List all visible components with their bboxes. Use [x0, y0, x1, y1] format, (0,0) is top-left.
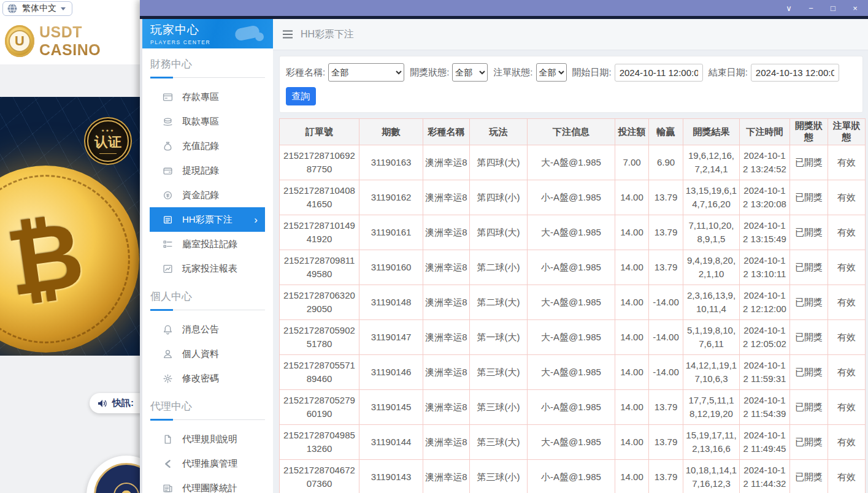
bets-table-container: 訂單號期數彩種名稱玩法下注信息投注額輸贏開獎結果下注時間開獎狀態注單狀態 215…: [279, 118, 866, 493]
cell-9: 已開獎: [790, 390, 828, 425]
cell-5: 14.00: [615, 215, 649, 250]
cell-2: 澳洲幸运8: [423, 390, 470, 425]
cell-6: -14.00: [649, 355, 683, 390]
sidebar-item-withdraw[interactable]: 取款專區 ›: [142, 109, 273, 134]
cell-0: 2152172870590251780: [280, 320, 359, 355]
language-selector[interactable]: 繁体中文: [2, 1, 72, 16]
cell-5: 14.00: [615, 390, 649, 425]
start-date-label: 開始日期:: [572, 67, 612, 78]
cell-10: 有效: [828, 145, 866, 180]
cell-0: 2152172870498513260: [280, 425, 359, 460]
cell-9: 已開獎: [790, 145, 828, 180]
cell-3: 第三球(大): [470, 355, 528, 390]
section-title: 個人中心: [150, 289, 265, 304]
cell-3: 第二球(小): [470, 250, 528, 285]
section-underline: [150, 77, 265, 78]
cell-10: 有效: [828, 425, 866, 460]
cell-6: 13.79: [649, 180, 683, 215]
cell-2: 澳洲幸运8: [423, 250, 470, 285]
window-minimize-button[interactable]: −: [803, 1, 819, 15]
cell-4: 大-A盤@1.985: [528, 145, 615, 180]
cell-7: 17,7,5,11,18,12,19,20: [683, 390, 740, 425]
cell-5: 14.00: [615, 180, 649, 215]
cell-8: 2024-10-12 13:10:11: [740, 250, 790, 285]
draw-status-select[interactable]: 全部: [452, 63, 488, 82]
brand-name: USDT CASINO: [39, 23, 140, 59]
main-content: HH彩票下注 彩種名稱: 全部 開獎狀態: 全部 注單狀態: 全部: [273, 19, 868, 493]
order-status-label: 注單狀態:: [493, 67, 532, 78]
cell-3: 第三球(大): [470, 425, 528, 460]
cell-9: 已開獎: [790, 425, 828, 460]
top-navbar: HH彩票下注: [273, 19, 868, 50]
speaker-icon: [98, 399, 107, 408]
order-status-select[interactable]: 全部: [536, 63, 567, 82]
cell-3: 第二球(大): [470, 285, 528, 320]
globe-icon: [7, 3, 18, 14]
window-close-button[interactable]: ×: [847, 1, 863, 15]
funds-record-icon: [163, 190, 173, 201]
search-button[interactable]: 查詢: [286, 87, 316, 105]
cell-1: 31190163: [359, 145, 423, 180]
cell-2: 澳洲幸运8: [423, 180, 470, 215]
bitcoin-coin-icon: ₿: [0, 166, 139, 353]
cell-7: 15,19,17,11,2,13,16,6: [683, 425, 740, 460]
sidebar-item-profile[interactable]: 個人資料 ›: [142, 342, 273, 366]
lottery-bet-icon: [163, 215, 173, 225]
cell-7: 9,4,19,8,20,2,1,10: [683, 250, 740, 285]
sidebar-item-change-password[interactable]: 修改密碼 ›: [142, 366, 273, 391]
cell-10: 有效: [828, 390, 866, 425]
sidebar-item-messages[interactable]: 消息公告 ›: [142, 317, 273, 342]
cell-4: 大-A盤@1.985: [528, 215, 615, 250]
cell-1: 31190162: [359, 180, 423, 215]
cell-10: 有效: [828, 460, 866, 493]
cell-3: 第四球(小): [470, 180, 528, 215]
cell-0: 2152172870527960190: [280, 390, 359, 425]
sidebar-item-withdrawal-record[interactable]: 提現記錄 ›: [142, 158, 273, 183]
gear-icon: [163, 373, 173, 384]
sidebar-item-agent-team-stats[interactable]: 代理團隊統計 ›: [142, 476, 273, 493]
sidebar-item-recharge-record[interactable]: 充值記錄 ›: [142, 134, 273, 158]
section-title: 財務中心: [150, 57, 265, 71]
sidebar-item-deposit[interactable]: 存款專區 ›: [142, 85, 273, 109]
draw-status-label: 開獎狀態:: [410, 67, 449, 78]
cell-1: 31190145: [359, 390, 423, 425]
end-date-input[interactable]: [751, 64, 839, 82]
cell-6: 13.79: [649, 250, 683, 285]
table-row: 215217287063202905031190148澳洲幸运8第二球(大)大-…: [280, 285, 866, 320]
sidebar-item-funds-record[interactable]: 資金記錄 ›: [142, 183, 273, 207]
sidebar-item-agent-rules[interactable]: 代理規則說明 ›: [142, 427, 273, 451]
column-header-7: 開獎結果: [683, 119, 740, 145]
cell-9: 已開獎: [790, 250, 828, 285]
column-header-6: 輸贏: [649, 119, 683, 145]
sidebar-section: 財務中心 存款專區 › 取款專區 › 充值記錄 › 提現記錄 › 資金記錄 › …: [142, 57, 273, 281]
lottery-name-select[interactable]: 全部: [328, 63, 404, 82]
document-icon: [163, 434, 173, 445]
sidebar-item-agent-promotion[interactable]: 代理推廣管理 ›: [142, 451, 273, 476]
cell-0: 2152172870632029050: [280, 285, 359, 320]
cell-0: 2152172871040841650: [280, 180, 359, 215]
sidebar-item-player-bet-report[interactable]: 玩家投注報表 ›: [142, 256, 273, 281]
table-row: 215217287055718946031190146澳洲幸运8第三球(大)大-…: [280, 355, 866, 390]
window-dropdown-button[interactable]: ∨: [781, 1, 797, 15]
start-date-input[interactable]: [615, 64, 703, 82]
window-maximize-button[interactable]: □: [825, 1, 841, 15]
cell-1: 31190144: [359, 425, 423, 460]
cell-8: 2024-10-12 11:54:39: [740, 390, 790, 425]
emblem-icon: [113, 483, 139, 493]
window-titlebar: ∨ − □ ×: [140, 0, 868, 16]
cell-7: 7,11,10,20,8,9,1,5: [683, 215, 740, 250]
sidebar-item-room-bet-record[interactable]: 廳室投註記錄 ›: [142, 232, 273, 256]
table-row: 215217287059025178031190147澳洲幸运8第一球(大)大-…: [280, 320, 866, 355]
cell-0: 2152172870467207360: [280, 460, 359, 493]
hamburger-icon[interactable]: [282, 30, 293, 39]
withdrawal-record-icon: [163, 166, 173, 176]
cell-4: 小-A盤@1.985: [528, 180, 615, 215]
end-date-label: 結束日期:: [709, 67, 748, 78]
cell-1: 31190161: [359, 215, 423, 250]
cell-4: 大-A盤@1.985: [528, 285, 615, 320]
table-header-row: 訂單號期數彩種名稱玩法下注信息投注額輸贏開獎結果下注時間開獎狀態注單狀態: [280, 119, 866, 145]
cell-5: 14.00: [615, 355, 649, 390]
sidebar-item-hh-lottery-bets[interactable]: HH彩票下注 ›: [150, 207, 265, 232]
lottery-name-label: 彩種名稱:: [286, 67, 325, 78]
cell-2: 澳洲幸运8: [423, 145, 470, 180]
